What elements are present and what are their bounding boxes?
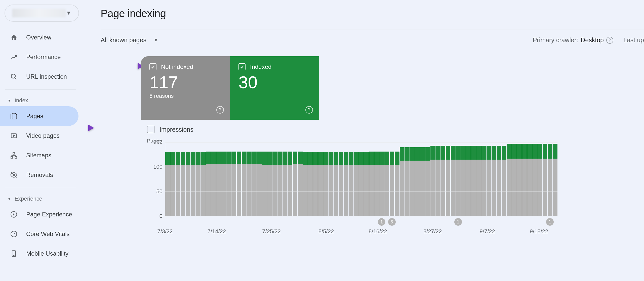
- chart-bar[interactable]: [344, 152, 348, 216]
- chart-bar[interactable]: [492, 146, 496, 216]
- chart-bar[interactable]: [165, 152, 170, 216]
- help-icon[interactable]: ?: [606, 37, 613, 44]
- chart-bar[interactable]: [456, 146, 461, 216]
- chart-bar[interactable]: [466, 146, 471, 216]
- chart-bar[interactable]: [502, 146, 507, 216]
- page-filter-dropdown[interactable]: All known pages ▼: [101, 36, 158, 44]
- chart-bar[interactable]: [543, 144, 547, 216]
- sidebar-item-removals[interactable]: Removals: [0, 165, 78, 185]
- chart-bar[interactable]: [512, 144, 517, 216]
- chart-bar[interactable]: [272, 152, 277, 216]
- sidebar-item-page-experience[interactable]: Page Experience: [0, 205, 78, 224]
- chart-bar[interactable]: [553, 144, 557, 216]
- chart-bar[interactable]: [390, 152, 394, 216]
- chart-marker[interactable]: 1: [546, 218, 554, 226]
- chart-bar[interactable]: [318, 152, 323, 216]
- chart-bar[interactable]: [237, 152, 242, 216]
- chart-bar[interactable]: [517, 144, 522, 216]
- chart-bar[interactable]: [226, 152, 231, 216]
- chart-bar[interactable]: [364, 152, 369, 216]
- chart-bar[interactable]: [257, 152, 262, 216]
- chart-bar[interactable]: [522, 144, 527, 216]
- chart-bar[interactable]: [221, 152, 226, 216]
- checkbox-checked-icon[interactable]: [238, 63, 246, 70]
- chart-bar[interactable]: [308, 152, 313, 216]
- chart-bar[interactable]: [349, 152, 354, 216]
- chart-bar[interactable]: [170, 152, 175, 216]
- chart-bar[interactable]: [415, 147, 420, 216]
- chart-bar[interactable]: [487, 146, 491, 216]
- chart-bar[interactable]: [186, 152, 190, 216]
- chart-bar[interactable]: [247, 152, 252, 216]
- chart-bar[interactable]: [384, 152, 389, 216]
- chart-bar[interactable]: [440, 146, 445, 216]
- sidebar-item-video-pages[interactable]: Video pages: [0, 126, 78, 146]
- chart-bar[interactable]: [476, 146, 481, 216]
- impressions-toggle[interactable]: Impressions: [141, 120, 644, 139]
- chart-bar[interactable]: [374, 152, 379, 216]
- chart-bar[interactable]: [334, 152, 338, 216]
- chart-bar[interactable]: [267, 152, 272, 216]
- chart-bar[interactable]: [420, 147, 425, 216]
- help-icon[interactable]: ?: [216, 106, 224, 114]
- help-icon[interactable]: ?: [305, 106, 313, 114]
- chart-bar[interactable]: [405, 147, 410, 216]
- chart-bar[interactable]: [303, 152, 308, 216]
- sidebar-item-pages[interactable]: Pages: [0, 106, 78, 126]
- chart-bar[interactable]: [313, 152, 318, 216]
- card-not-indexed[interactable]: Not indexed 117 5 reasons ?: [141, 56, 230, 120]
- chart-bar[interactable]: [288, 152, 292, 216]
- chart-bar[interactable]: [354, 152, 359, 216]
- chart-bar[interactable]: [481, 146, 486, 216]
- chart-bar[interactable]: [293, 152, 298, 216]
- chart-bar[interactable]: [176, 152, 180, 216]
- chart-bar[interactable]: [537, 144, 542, 216]
- property-selector[interactable]: ▼: [5, 5, 79, 22]
- chart-bar[interactable]: [252, 152, 257, 216]
- chart-bar[interactable]: [323, 152, 328, 216]
- chart-bar[interactable]: [201, 152, 206, 216]
- sidebar-section-experience[interactable]: ▼ Experience: [0, 191, 84, 205]
- chart-bar[interactable]: [400, 147, 405, 216]
- chart-bar[interactable]: [451, 146, 456, 216]
- chart-bar[interactable]: [242, 152, 247, 216]
- sidebar-item-mobile-usability[interactable]: Mobile Usability: [0, 244, 78, 263]
- chart-bar[interactable]: [277, 152, 282, 216]
- chart-bar[interactable]: [181, 152, 185, 216]
- chart-bar[interactable]: [339, 152, 343, 216]
- chart-bar[interactable]: [461, 146, 466, 216]
- chart-bar[interactable]: [425, 147, 430, 216]
- chart-bar[interactable]: [471, 146, 476, 216]
- sidebar-section-index[interactable]: ▼ Index: [0, 93, 84, 106]
- sidebar-item-performance[interactable]: Performance: [0, 47, 78, 67]
- chart-bar[interactable]: [527, 144, 532, 216]
- chart-bar[interactable]: [191, 152, 195, 216]
- chart-bar[interactable]: [262, 152, 267, 216]
- chart-bar[interactable]: [507, 144, 512, 216]
- chart-marker[interactable]: 1: [378, 218, 385, 226]
- chart-bar[interactable]: [359, 152, 364, 216]
- chart-bar[interactable]: [231, 152, 236, 216]
- chart-bar[interactable]: [211, 152, 216, 216]
- chart-marker[interactable]: 5: [388, 218, 396, 226]
- checkbox-checked-icon[interactable]: [149, 63, 156, 70]
- chart-bar[interactable]: [532, 144, 537, 216]
- checkbox-unchecked-icon[interactable]: [147, 126, 154, 133]
- chart-bar[interactable]: [379, 152, 384, 216]
- sidebar-item-core-web-vitals[interactable]: Core Web Vitals: [0, 224, 78, 244]
- chart-bar[interactable]: [283, 152, 287, 216]
- sidebar-item-overview[interactable]: Overview: [0, 28, 78, 47]
- chart-bar[interactable]: [216, 152, 221, 216]
- chart-bar[interactable]: [497, 146, 501, 216]
- chart-bar[interactable]: [206, 152, 211, 216]
- chart-marker[interactable]: 1: [454, 218, 462, 226]
- chart-bar[interactable]: [369, 152, 374, 216]
- chart-bar[interactable]: [430, 146, 435, 216]
- chart-bar[interactable]: [410, 147, 415, 216]
- sidebar-item-url-inspection[interactable]: URL inspection: [0, 67, 78, 86]
- chart-bar[interactable]: [548, 144, 552, 216]
- chart-bar[interactable]: [435, 146, 440, 216]
- chart-bar[interactable]: [446, 146, 451, 216]
- card-indexed[interactable]: Indexed 30 ?: [230, 56, 319, 120]
- sidebar-item-sitemaps[interactable]: Sitemaps: [0, 146, 78, 165]
